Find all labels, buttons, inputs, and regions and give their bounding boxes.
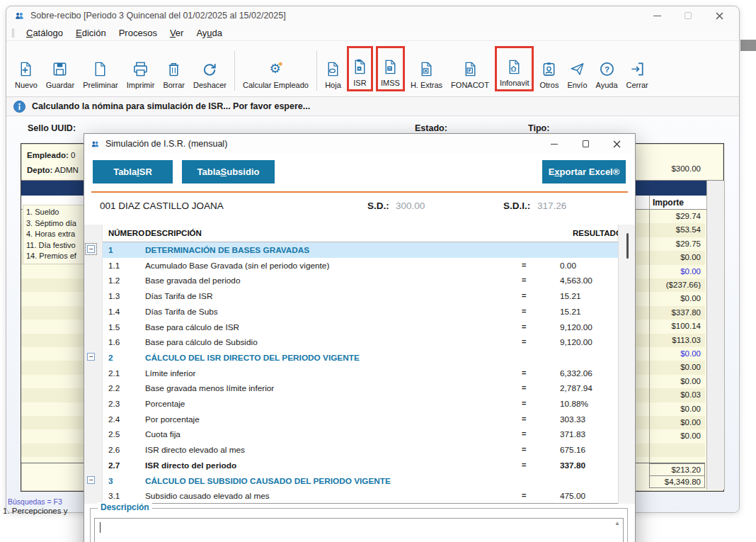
table-row-2.1[interactable]: 2.1Límite inferior=6,332.06	[103, 366, 618, 381]
importe-value: $0.00	[680, 402, 701, 416]
tabla-isr-button[interactable]: Tabla ISR	[93, 160, 173, 184]
scrollbar-thumb[interactable]	[626, 233, 629, 259]
row-description: Cuota fija	[145, 429, 181, 439]
dialog-maximize-icon[interactable]	[570, 134, 601, 154]
table-row-2.7[interactable]: 2.7ISR directo del periodo=337.80	[103, 458, 618, 473]
empleado-label: Empleado:	[27, 151, 69, 159]
estado-label: Estado:	[415, 123, 447, 133]
toolbar-button-hoja[interactable]: Hoja	[321, 57, 345, 91]
toolbar-button-label: Cerrar	[626, 81, 648, 89]
table-row-2.6[interactable]: 2.6ISR directo elevado al mes=675.16	[103, 442, 618, 458]
toolbar-button-envio[interactable]: Envío	[563, 57, 591, 91]
toolbar-button-ayuda[interactable]: ?Ayuda	[592, 57, 622, 91]
sd-value: 300.00	[396, 201, 425, 211]
label-post: ubsidio	[227, 166, 259, 177]
concept-row[interactable]: 14. Premios ef	[26, 251, 84, 262]
importe-column-header: Importe	[653, 198, 684, 208]
table-row-2.3[interactable]: 2.3Porcentaje=10.88%	[103, 396, 618, 412]
label-post: SR	[139, 166, 152, 177]
toolbar-button-cerrar[interactable]: Cerrar	[622, 57, 653, 91]
badge-icon	[541, 60, 557, 79]
table-row-1.5[interactable]: 1.5Base para cálculo de ISR=9,120.00	[103, 320, 618, 335]
table-row-1.6[interactable]: 1.6Base para cálculo de Subsidio=9,120.0…	[103, 334, 618, 350]
resultado-column-header: RESULTADO	[573, 229, 622, 237]
menu-item-ayuda[interactable]: Ayuda	[190, 26, 229, 40]
collapse-icon[interactable]: −	[87, 476, 95, 484]
row-result: 4,563.00	[560, 276, 592, 286]
maximize-icon[interactable]	[672, 6, 704, 25]
help-icon: ?	[599, 60, 615, 79]
toolbar-button-preliminar[interactable]: Preliminar	[79, 57, 122, 91]
toolbar-button-imprimir[interactable]: Imprimir	[122, 57, 159, 91]
depto-field: Depto: ADMN	[27, 166, 79, 174]
toolbar-button-deshacer[interactable]: Deshacer	[189, 57, 231, 91]
exportar-excel-button[interactable]: Exportar Excel®	[542, 160, 626, 184]
toolbar-button-nuevo[interactable]: Nuevo	[11, 57, 42, 91]
infonavit-document-icon	[506, 57, 522, 77]
table-row-3[interactable]: −3CÁLCULO DEL SUBSIDIO CAUSADO DEL PERIO…	[103, 473, 618, 489]
equals-sign: =	[522, 261, 526, 269]
table-row-2.2[interactable]: 2.2Base gravada menos límite inferior=2,…	[103, 380, 618, 396]
dialog-scrollbar[interactable]	[618, 225, 635, 504]
toolbar-button-infonavit[interactable]: Infonavit	[495, 46, 534, 91]
concept-row[interactable]: 1. Sueldo	[26, 207, 84, 218]
concept-row[interactable]: 11. Día festivo	[26, 240, 84, 252]
toolbar-button-fonacot[interactable]: FONACOT	[447, 57, 493, 91]
importe-value: $100.14	[671, 320, 701, 333]
concept-row[interactable]: 3. Séptimo día	[26, 218, 84, 230]
table-row-2.4[interactable]: 2.4Por porcentaje=303.33	[103, 412, 618, 427]
row-number: 2.7	[108, 461, 120, 470]
toolbar-button-borrar[interactable]: Borrar	[159, 57, 189, 91]
tab-percepciones[interactable]: 1. Percepciones y	[3, 507, 67, 515]
search-hint: Búsquedas = F3	[8, 497, 62, 506]
table-row-2.5[interactable]: 2.5Cuota fija=371.83	[103, 427, 618, 442]
toolbar-separator	[316, 51, 317, 91]
minimize-icon[interactable]	[641, 6, 672, 25]
row-description: Base para cálculo de ISR	[145, 322, 239, 332]
menu-item-ver[interactable]: Ver	[164, 26, 190, 40]
send-plane-icon	[569, 60, 585, 79]
equals-sign: =	[522, 307, 526, 315]
grid-scrollbar[interactable]	[706, 181, 725, 490]
toolbar-button-h-extras[interactable]: H. Extras	[406, 57, 447, 91]
tabla-subsidio-button[interactable]: Tabla Subsidio	[182, 160, 275, 184]
dialog-app-icon	[90, 140, 101, 149]
toolbar-button-isr[interactable]: ISR	[347, 46, 373, 91]
collapse-icon[interactable]: −	[87, 353, 95, 361]
collapse-icon[interactable]: −	[87, 245, 95, 253]
label-pre: Ay	[196, 28, 207, 38]
concept-row[interactable]: 4. Horas extra	[26, 229, 84, 240]
descripcion-textarea[interactable]: ▲	[94, 518, 624, 542]
menu-item-edicion[interactable]: Edición	[69, 26, 113, 40]
table-row-1.2[interactable]: 1.2Base gravada del periodo=4,563.00	[103, 273, 618, 288]
table-row-1.1[interactable]: 1.1Acumulado Base Gravada (sin el period…	[103, 258, 618, 273]
row-description: CÁLCULO DEL SUBSIDIO CAUSADO DEL PERIODO…	[145, 476, 391, 486]
label-key: u	[207, 28, 212, 38]
dialog-close-icon[interactable]	[601, 134, 632, 154]
row-result: 9,120.00	[560, 337, 592, 347]
row-description: Base gravada del periodo	[145, 276, 240, 286]
menu-drag-handle	[12, 28, 14, 38]
table-row-3.1[interactable]: 3.1Subsidio causado elevado al mes=475.0…	[103, 488, 618, 504]
menu-item-catalogo[interactable]: Catálogo	[20, 26, 69, 40]
toolbar-button-guardar[interactable]: Guardar	[42, 57, 79, 91]
menu-item-procesos[interactable]: Procesos	[113, 26, 164, 40]
toolbar-button-imss[interactable]: IMSS	[376, 46, 405, 91]
row-number: 2.1	[108, 368, 120, 378]
row-result: 15.21	[560, 307, 581, 317]
close-icon[interactable]	[704, 6, 735, 25]
toolbar-button-otros[interactable]: Otros	[535, 57, 563, 91]
salary-amount: $300.00	[671, 164, 701, 173]
table-row-2[interactable]: −2CÁLCULO DEL ISR DIRECTO DEL PERIODO VI…	[103, 350, 618, 366]
concept-list: 1. Sueldo3. Séptimo día4. Horas extra11.…	[23, 205, 85, 264]
dialog-minimize-icon[interactable]	[539, 134, 570, 154]
row-number: 3	[108, 476, 113, 486]
depto-value: ADMN	[55, 166, 79, 174]
expander-gutter	[84, 225, 103, 504]
table-row-1.4[interactable]: 1.4Días Tarifa de Subs=15.21	[103, 304, 618, 320]
table-row-1[interactable]: −1DETERMINACIÓN DE BASES GRAVADAS	[103, 242, 618, 258]
row-number: 1.3	[108, 291, 120, 301]
toolbar-button-calcular-empleado[interactable]: ⚙✱Calcular Empleado	[239, 57, 313, 91]
importe-value: $0.00	[680, 375, 701, 388]
table-row-1.3[interactable]: 1.3Días Tarifa de ISR=15.21	[103, 288, 618, 304]
